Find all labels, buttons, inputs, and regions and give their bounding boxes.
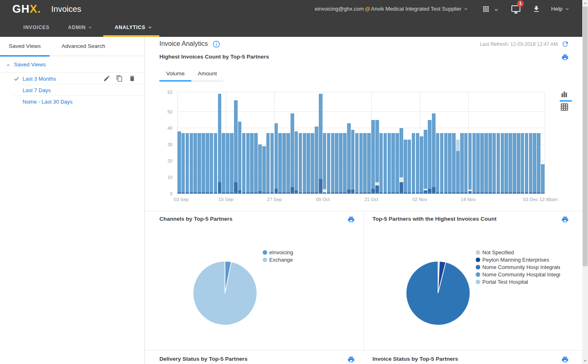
nav-item-admin[interactable]: ADMIN — [68, 18, 93, 37]
channels-pie-chart[interactable] — [190, 258, 260, 328]
tab-saved-views[interactable]: Saved Views — [0, 37, 50, 56]
delete-icon[interactable] — [129, 75, 136, 84]
info-icon[interactable] — [213, 41, 220, 50]
bar[interactable] — [391, 133, 395, 194]
scrollbar-thumb[interactable] — [583, 7, 588, 266]
bar[interactable] — [460, 133, 464, 194]
bar[interactable] — [359, 133, 363, 194]
bar[interactable] — [388, 133, 391, 194]
bar[interactable] — [513, 133, 516, 194]
tab-amount[interactable]: Amount — [191, 68, 223, 81]
account-menu[interactable]: einvoicing@ghx.com@Anvik Medical Integra… — [315, 6, 469, 13]
bar[interactable] — [488, 133, 492, 194]
bar[interactable] — [521, 133, 524, 194]
bar[interactable] — [379, 133, 383, 194]
bar[interactable] — [242, 133, 246, 194]
saved-view-link[interactable]: Last 3 Months — [23, 76, 56, 82]
bar[interactable] — [484, 133, 488, 194]
apps-grid-button[interactable] — [482, 5, 490, 15]
help-menu[interactable]: Help — [551, 6, 570, 13]
bar[interactable] — [295, 131, 298, 194]
bar[interactable] — [533, 133, 536, 194]
bar[interactable] — [210, 133, 213, 194]
nav-item-analytics[interactable]: ANALYTICS — [115, 18, 153, 37]
bar[interactable] — [299, 133, 302, 194]
bar[interactable] — [529, 133, 533, 194]
bar[interactable] — [541, 164, 545, 194]
bar[interactable] — [262, 146, 266, 194]
bar[interactable] — [303, 133, 306, 194]
pie-slice[interactable] — [193, 261, 257, 325]
bar[interactable] — [501, 133, 504, 194]
bar[interactable] — [186, 133, 189, 194]
bar[interactable] — [275, 123, 278, 194]
bar[interactable] — [472, 133, 476, 194]
bar[interactable] — [250, 133, 254, 194]
bar[interactable] — [177, 131, 181, 194]
bar[interactable] — [315, 127, 318, 194]
pie-slice[interactable] — [406, 261, 470, 325]
bar[interactable] — [404, 140, 407, 194]
bar[interactable] — [432, 113, 436, 194]
bar[interactable] — [306, 133, 310, 194]
bar[interactable] — [226, 133, 229, 194]
saved-views-section-header[interactable]: Saved Views — [0, 56, 145, 73]
scroll-up-arrow-icon[interactable] — [582, 0, 588, 6]
legend-item[interactable]: eInvoicing — [263, 249, 293, 256]
bar[interactable] — [416, 133, 420, 194]
bar[interactable] — [182, 133, 185, 194]
bar[interactable] — [258, 145, 262, 194]
bar[interactable] — [254, 133, 258, 194]
legend-item[interactable]: Nome Community Hospital Integra — [476, 271, 560, 278]
bar[interactable] — [335, 133, 338, 194]
bar[interactable] — [452, 133, 456, 194]
bar[interactable] — [384, 133, 387, 194]
bar[interactable] — [504, 133, 508, 194]
scroll-down-arrow-icon[interactable] — [582, 358, 588, 364]
bar[interactable] — [363, 133, 367, 194]
print-icon[interactable] — [347, 356, 355, 364]
bar[interactable] — [351, 130, 355, 194]
print-icon[interactable] — [561, 356, 569, 364]
bar[interactable] — [291, 113, 294, 194]
page-scrollbar[interactable] — [582, 0, 588, 364]
bar[interactable] — [464, 133, 468, 194]
bar[interactable] — [525, 133, 529, 194]
bar[interactable] — [400, 128, 403, 194]
bar[interactable] — [395, 133, 399, 194]
table-view-icon[interactable] — [560, 103, 569, 113]
bar[interactable] — [246, 133, 250, 194]
bar[interactable] — [440, 133, 444, 194]
legend-item[interactable]: Not Specified — [476, 249, 560, 256]
bar[interactable] — [480, 133, 484, 194]
bar[interactable] — [375, 120, 379, 194]
bar-chart-view-icon[interactable] — [560, 93, 569, 100]
bar[interactable] — [493, 133, 496, 194]
bar[interactable] — [367, 133, 371, 194]
bar[interactable] — [214, 133, 218, 194]
bar[interactable] — [347, 123, 351, 194]
legend-item[interactable]: Portal Test Hospital — [476, 278, 560, 285]
bar[interactable] — [509, 133, 512, 194]
bar[interactable] — [331, 133, 335, 194]
bar[interactable] — [424, 130, 427, 194]
ghx-logo[interactable]: GHX. — [12, 3, 41, 16]
bar[interactable] — [238, 122, 242, 194]
bar[interactable] — [278, 133, 282, 194]
partners-pie-chart[interactable] — [403, 258, 473, 328]
bar[interactable] — [206, 133, 209, 194]
bar[interactable] — [408, 140, 411, 194]
bar[interactable] — [234, 100, 238, 194]
bar[interactable] — [456, 140, 460, 194]
bar[interactable] — [343, 133, 347, 194]
bar[interactable] — [339, 133, 343, 194]
bar[interactable] — [266, 133, 270, 194]
bar[interactable] — [517, 133, 520, 194]
bar[interactable] — [371, 120, 375, 194]
saved-view-link[interactable]: Last 7 Days — [23, 87, 51, 93]
bar[interactable] — [286, 133, 290, 194]
bar[interactable] — [323, 133, 327, 194]
download-button[interactable] — [532, 5, 540, 15]
tab-volume[interactable]: Volume — [159, 68, 191, 81]
legend-item[interactable]: Exchange — [263, 256, 293, 263]
